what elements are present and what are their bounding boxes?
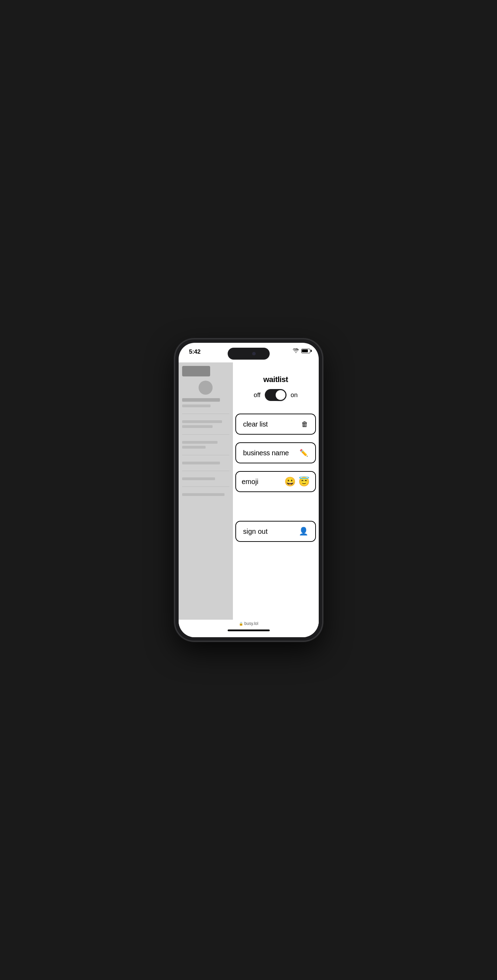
- phone-screen: 5:42: [179, 343, 319, 637]
- sign-out-label: sign out: [243, 528, 268, 536]
- url-text: busy.lol: [245, 621, 259, 626]
- emoji-pair: 😀 😇: [284, 476, 310, 487]
- status-icons: [293, 348, 312, 353]
- sign-out-button[interactable]: sign out 👤: [235, 521, 316, 542]
- dynamic-island: [228, 348, 270, 360]
- url-bar: 🔒 busy.lol: [239, 621, 259, 626]
- emoji-label: emoji: [242, 478, 259, 486]
- person-icon: 👤: [299, 527, 308, 536]
- bottom-bar: 🔒 busy.lol: [179, 620, 319, 637]
- home-indicator[interactable]: [228, 630, 270, 631]
- emoji-button[interactable]: emoji 😀 😇: [235, 471, 316, 492]
- toggle-knob: [276, 390, 286, 400]
- main-panel: waitlist off on clear list 🗑 business na…: [233, 363, 319, 637]
- clear-list-button[interactable]: clear list 🗑: [235, 414, 316, 434]
- phone-device: 5:42: [175, 339, 322, 641]
- status-time: 5:42: [189, 348, 201, 355]
- business-name-button[interactable]: business name ✏️: [235, 442, 316, 463]
- waitlist-toggle[interactable]: [265, 389, 286, 401]
- edit-icon: ✏️: [300, 449, 308, 457]
- clear-list-label: clear list: [243, 420, 268, 428]
- left-panel-background: [179, 363, 233, 637]
- wifi-icon: [293, 348, 299, 353]
- business-name-label: business name: [243, 449, 289, 457]
- toggle-on-label: on: [291, 391, 298, 399]
- camera-dot: [252, 352, 256, 355]
- toggle-row: off on: [254, 389, 298, 401]
- emoji-grin: 😀: [284, 476, 295, 487]
- waitlist-title: waitlist: [264, 375, 288, 384]
- battery-icon: [301, 349, 312, 353]
- waitlist-section: waitlist off on: [238, 375, 313, 401]
- lock-icon: 🔒: [239, 622, 243, 626]
- emoji-halo: 😇: [299, 476, 310, 487]
- toggle-off-label: off: [254, 391, 260, 399]
- trash-icon: 🗑: [301, 420, 308, 428]
